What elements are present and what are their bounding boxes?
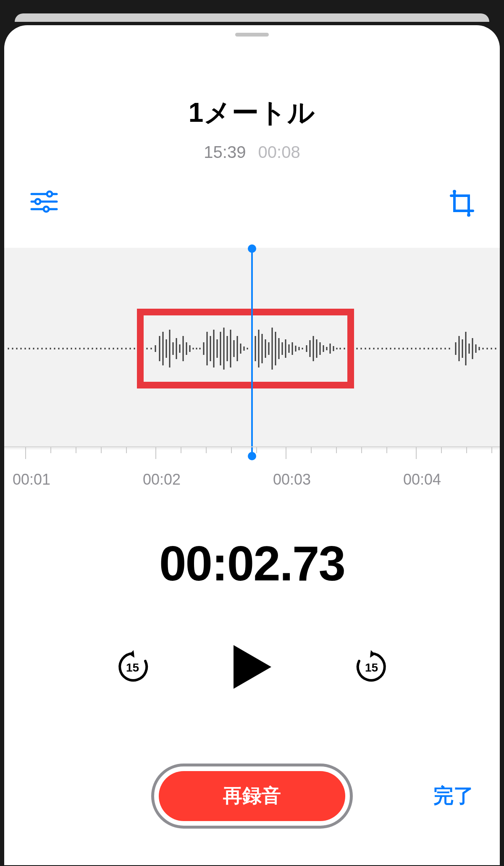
recording-header: 1メートル 15:39 00:08 — [4, 94, 500, 162]
settings-button[interactable] — [29, 189, 59, 220]
record-button-label: 再録音 — [223, 783, 281, 809]
skip-forward-seconds: 15 — [365, 661, 378, 674]
svg-point-4 — [35, 199, 40, 204]
recording-meta: 15:39 00:08 — [4, 143, 500, 162]
recording-timestamp: 15:39 — [204, 143, 246, 161]
skip-forward-button[interactable]: 15 — [354, 649, 389, 685]
ruler-label: 00:02 — [143, 471, 181, 488]
playhead[interactable] — [251, 246, 253, 456]
recording-title: 1メートル — [4, 94, 500, 131]
ruler-label: 00:04 — [403, 471, 441, 488]
recorder-sheet: 1メートル 15:39 00:08 — [4, 25, 500, 865]
done-button[interactable]: 完了 — [433, 782, 474, 809]
record-button[interactable]: 再録音 — [151, 764, 353, 829]
current-time: 00:02.73 — [4, 535, 500, 592]
svg-point-3 — [47, 192, 52, 197]
svg-point-7 — [467, 213, 470, 217]
svg-point-5 — [44, 207, 49, 212]
ruler-label: 00:01 — [13, 471, 50, 488]
skip-back-seconds: 15 — [126, 661, 139, 674]
play-button[interactable] — [230, 642, 274, 692]
recording-duration: 00:08 — [258, 143, 300, 161]
sliders-icon — [29, 189, 59, 214]
timeline-ruler: 00:01 00:02 00:03 00:04 — [4, 446, 500, 484]
ruler-label: 00:03 — [273, 471, 311, 488]
play-icon — [230, 642, 274, 692]
waveform-area[interactable] — [4, 248, 500, 449]
skip-back-button[interactable]: 15 — [115, 649, 150, 685]
playhead-handle-top[interactable] — [248, 244, 256, 253]
sheet-grabber[interactable] — [235, 33, 269, 37]
highlight-annotation — [137, 309, 354, 388]
crop-icon — [449, 189, 475, 218]
crop-button[interactable] — [449, 189, 475, 220]
